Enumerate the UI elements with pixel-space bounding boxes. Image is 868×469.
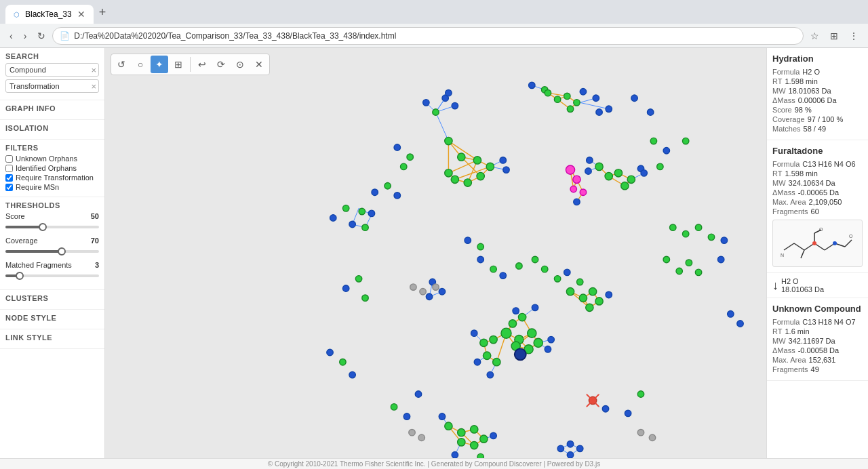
node-gray[interactable] xyxy=(420,288,426,294)
node[interactable] xyxy=(576,445,583,451)
circle-layout-button[interactable]: ○ xyxy=(132,56,149,73)
node[interactable] xyxy=(564,93,570,99)
node[interactable] xyxy=(490,432,496,439)
node[interactable] xyxy=(477,256,484,262)
node[interactable] xyxy=(483,352,490,359)
node[interactable] xyxy=(606,291,612,298)
node[interactable] xyxy=(602,405,608,411)
filter-require-transformation-checkbox[interactable] xyxy=(5,174,13,182)
node[interactable] xyxy=(576,279,583,285)
node[interactable] xyxy=(513,308,519,314)
node-gray[interactable] xyxy=(418,434,425,441)
node[interactable] xyxy=(474,359,480,365)
node[interactable] xyxy=(554,276,560,282)
bookmark-button[interactable]: ☆ xyxy=(806,28,823,44)
node[interactable] xyxy=(708,234,714,240)
node[interactable] xyxy=(587,157,593,163)
node[interactable] xyxy=(487,371,493,378)
node[interactable] xyxy=(717,256,724,262)
node[interactable] xyxy=(391,404,397,410)
node[interactable] xyxy=(686,260,692,266)
node[interactable] xyxy=(490,266,496,272)
node-gray[interactable] xyxy=(410,284,416,290)
node[interactable] xyxy=(695,224,701,230)
node-gray[interactable] xyxy=(637,429,644,435)
reload-button[interactable]: ↻ xyxy=(33,28,50,44)
filter-identified-orphans-checkbox[interactable] xyxy=(5,165,13,172)
node[interactable] xyxy=(362,295,368,301)
node[interactable] xyxy=(566,288,574,295)
node[interactable] xyxy=(574,199,580,205)
node[interactable] xyxy=(477,453,484,458)
node[interactable] xyxy=(650,138,656,144)
reset-button[interactable]: ↺ xyxy=(113,56,130,73)
score-slider[interactable] xyxy=(5,222,99,232)
node[interactable] xyxy=(663,148,669,154)
node[interactable] xyxy=(595,163,603,170)
node[interactable] xyxy=(637,391,644,397)
node[interactable] xyxy=(670,224,676,230)
browser-tab[interactable]: ⬡ BlackTea_33 ✕ xyxy=(5,5,94,24)
node[interactable] xyxy=(327,349,333,355)
node[interactable] xyxy=(625,410,631,416)
address-bar[interactable]: 📄 D:/Tea%20Data%202020/Tea_Comparison_33… xyxy=(52,27,804,45)
node[interactable] xyxy=(368,210,374,216)
node[interactable] xyxy=(445,137,452,144)
refresh-button[interactable]: ⟳ xyxy=(212,56,230,73)
node[interactable] xyxy=(401,163,407,169)
node[interactable] xyxy=(554,96,560,102)
node[interactable] xyxy=(407,154,413,160)
network-graph[interactable] xyxy=(105,48,766,458)
node[interactable] xyxy=(647,109,653,115)
forward-button[interactable]: › xyxy=(20,28,31,44)
node[interactable] xyxy=(529,82,535,88)
node[interactable] xyxy=(589,288,596,295)
node[interactable] xyxy=(372,189,378,195)
node[interactable] xyxy=(605,172,612,180)
node[interactable] xyxy=(465,237,471,243)
node[interactable] xyxy=(349,221,355,227)
grid-layout-button[interactable]: ⊞ xyxy=(170,56,187,73)
node[interactable] xyxy=(606,106,612,112)
node[interactable] xyxy=(445,169,452,177)
node[interactable] xyxy=(595,298,603,305)
node[interactable] xyxy=(574,100,580,106)
node[interactable] xyxy=(471,330,477,336)
node[interactable] xyxy=(451,176,458,183)
node[interactable] xyxy=(330,215,336,221)
node[interactable] xyxy=(500,157,506,163)
node[interactable] xyxy=(580,89,586,95)
node[interactable] xyxy=(340,359,346,365)
node[interactable] xyxy=(349,371,355,378)
node[interactable] xyxy=(541,266,547,272)
node[interactable] xyxy=(728,311,734,317)
node[interactable] xyxy=(426,293,432,300)
node[interactable] xyxy=(415,391,421,397)
node[interactable] xyxy=(445,422,452,430)
node[interactable] xyxy=(567,106,573,112)
fit-button[interactable]: ⊙ xyxy=(231,56,249,73)
node[interactable] xyxy=(342,285,349,291)
filter-unknown-orphans-checkbox[interactable] xyxy=(5,155,13,163)
node[interactable] xyxy=(473,157,481,164)
node[interactable] xyxy=(394,192,400,199)
node[interactable] xyxy=(486,163,494,170)
node[interactable] xyxy=(458,439,465,446)
matched-fragments-slider[interactable] xyxy=(5,270,99,281)
node[interactable] xyxy=(567,452,573,458)
node[interactable] xyxy=(493,359,500,366)
node[interactable] xyxy=(567,441,573,447)
node-gray[interactable] xyxy=(409,429,415,435)
node[interactable] xyxy=(721,237,727,243)
filter-require-msn-checkbox[interactable] xyxy=(5,184,13,191)
transformation-search-clear[interactable]: × xyxy=(91,82,96,91)
node[interactable] xyxy=(570,186,576,192)
node[interactable] xyxy=(471,441,478,449)
node[interactable] xyxy=(480,435,488,443)
node[interactable] xyxy=(663,256,669,262)
node[interactable] xyxy=(586,304,593,311)
transformation-search-input[interactable] xyxy=(5,79,99,93)
node[interactable] xyxy=(682,138,688,144)
close-graph-button[interactable]: ✕ xyxy=(250,56,268,73)
node[interactable] xyxy=(439,413,445,420)
